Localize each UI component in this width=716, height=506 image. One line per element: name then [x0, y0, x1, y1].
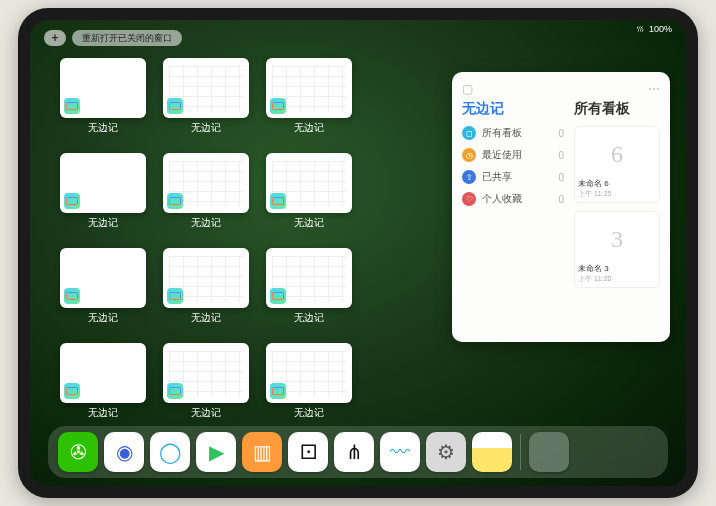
freeform-app-icon	[270, 383, 286, 399]
status-bar: ᯾ 100%	[636, 24, 672, 34]
window-label: 无边记	[88, 216, 118, 230]
freeform-app-icon	[270, 193, 286, 209]
more-icon[interactable]: ⋯	[648, 82, 660, 96]
window-label: 无边记	[294, 311, 324, 325]
board-subtitle: 上午 11:20	[578, 274, 656, 284]
sidebar-item-icon: ♡	[462, 192, 476, 206]
window-label: 无边记	[191, 311, 221, 325]
window-preview	[163, 248, 249, 308]
window-thumb[interactable]: 无边记	[263, 58, 356, 135]
sidebar-toggle-icon[interactable]: ▢	[462, 82, 473, 96]
freeform-app-icon	[167, 193, 183, 209]
window-label: 无边记	[88, 406, 118, 420]
window-preview	[266, 153, 352, 213]
dock-dice-icon[interactable]: ⚀	[288, 432, 328, 472]
window-preview	[163, 343, 249, 403]
freeform-app-icon	[270, 288, 286, 304]
dock-video-icon[interactable]: ▶	[196, 432, 236, 472]
sidebar-item-label: 所有看板	[482, 126, 522, 140]
freeform-app-icon	[64, 288, 80, 304]
freeform-app-icon	[270, 98, 286, 114]
window-preview	[266, 58, 352, 118]
board-preview: 3	[578, 215, 656, 263]
window-label: 无边记	[88, 311, 118, 325]
sidebar-item-count: 0	[558, 150, 564, 161]
dock-settings-icon[interactable]: ⚙	[426, 432, 466, 472]
window-thumb[interactable]: 无边记	[159, 248, 252, 325]
sidebar-item-label: 个人收藏	[482, 192, 522, 206]
dock-nodes-icon[interactable]: ⋔	[334, 432, 374, 472]
dock-wechat-icon[interactable]: ✇	[58, 432, 98, 472]
freeform-app-icon	[167, 98, 183, 114]
dock-folder[interactable]	[529, 432, 569, 472]
battery-label: 100%	[649, 24, 672, 34]
freeform-app-icon	[167, 383, 183, 399]
window-thumb[interactable]: 无边记	[56, 153, 149, 230]
board-title: 未命名 6	[578, 178, 656, 189]
board-card[interactable]: 3未命名 3上午 11:20	[574, 211, 660, 288]
panel-right: 所有看板 6未命名 6上午 11:253未命名 3上午 11:20	[574, 100, 660, 332]
window-label: 无边记	[191, 216, 221, 230]
freeform-app-icon	[167, 288, 183, 304]
board-card[interactable]: 6未命名 6上午 11:25	[574, 126, 660, 203]
panel-left: 无边记 ◻所有看板0◷最近使用0⇪已共享0♡个人收藏0	[462, 100, 564, 332]
sidebar-item[interactable]: ◷最近使用0	[462, 148, 564, 162]
add-window-button[interactable]: +	[44, 30, 66, 46]
window-grid: 无边记无边记无边记无边记无边记无边记无边记无边记无边记无边记无边记无边记	[56, 58, 356, 420]
board-title: 未命名 3	[578, 263, 656, 274]
window-thumb[interactable]: 无边记	[56, 58, 149, 135]
window-preview	[60, 248, 146, 308]
reopen-label: 重新打开已关闭的窗口	[82, 32, 172, 45]
dock-browser2-icon[interactable]: ◯	[150, 432, 190, 472]
window-preview	[60, 343, 146, 403]
board-subtitle: 上午 11:25	[578, 189, 656, 199]
panel-right-title: 所有看板	[574, 100, 660, 118]
window-thumb[interactable]: 无边记	[56, 343, 149, 420]
window-thumb[interactable]: 无边记	[56, 248, 149, 325]
window-label: 无边记	[294, 406, 324, 420]
sidebar-item-count: 0	[558, 194, 564, 205]
dock-browser1-icon[interactable]: ◉	[104, 432, 144, 472]
dock-separator	[520, 434, 521, 470]
sidebar-item-label: 已共享	[482, 170, 512, 184]
wifi-icon: ᯾	[636, 24, 645, 34]
sidebar-item[interactable]: ⇪已共享0	[462, 170, 564, 184]
window-thumb[interactable]: 无边记	[263, 248, 356, 325]
freeform-app-icon	[64, 383, 80, 399]
window-preview	[60, 153, 146, 213]
window-thumb[interactable]: 无边记	[159, 153, 252, 230]
freeform-panel[interactable]: ▢ ⋯ 无边记 ◻所有看板0◷最近使用0⇪已共享0♡个人收藏0 所有看板 6未命…	[452, 72, 670, 342]
window-preview	[266, 343, 352, 403]
window-preview	[60, 58, 146, 118]
sidebar-item[interactable]: ♡个人收藏0	[462, 192, 564, 206]
window-preview	[163, 153, 249, 213]
window-preview	[163, 58, 249, 118]
window-label: 无边记	[191, 121, 221, 135]
sidebar-item[interactable]: ◻所有看板0	[462, 126, 564, 140]
freeform-app-icon	[64, 193, 80, 209]
window-label: 无边记	[294, 216, 324, 230]
sidebar-item-count: 0	[558, 172, 564, 183]
dock: ✇◉◯▶▥⚀⋔〰⚙	[48, 426, 668, 478]
ipad-frame: ᯾ 100% + 重新打开已关闭的窗口 无边记无边记无边记无边记无边记无边记无边…	[18, 8, 698, 498]
window-thumb[interactable]: 无边记	[263, 153, 356, 230]
sidebar-item-icon: ⇪	[462, 170, 476, 184]
dock-notes-icon[interactable]	[472, 432, 512, 472]
dock-freeform-icon[interactable]: 〰	[380, 432, 420, 472]
window-thumb[interactable]: 无边记	[159, 343, 252, 420]
window-thumb[interactable]: 无边记	[159, 58, 252, 135]
window-label: 无边记	[294, 121, 324, 135]
board-preview: 6	[578, 130, 656, 178]
sidebar-item-icon: ◻	[462, 126, 476, 140]
window-preview	[266, 248, 352, 308]
panel-top: ▢ ⋯	[462, 82, 660, 96]
sidebar-item-label: 最近使用	[482, 148, 522, 162]
sidebar-item-icon: ◷	[462, 148, 476, 162]
screen: ᯾ 100% + 重新打开已关闭的窗口 无边记无边记无边记无边记无边记无边记无边…	[30, 20, 686, 486]
window-label: 无边记	[88, 121, 118, 135]
reopen-closed-window-button[interactable]: 重新打开已关闭的窗口	[72, 30, 182, 46]
window-thumb[interactable]: 无边记	[263, 343, 356, 420]
panel-body: 无边记 ◻所有看板0◷最近使用0⇪已共享0♡个人收藏0 所有看板 6未命名 6上…	[462, 100, 660, 332]
dock-books-icon[interactable]: ▥	[242, 432, 282, 472]
window-label: 无边记	[191, 406, 221, 420]
